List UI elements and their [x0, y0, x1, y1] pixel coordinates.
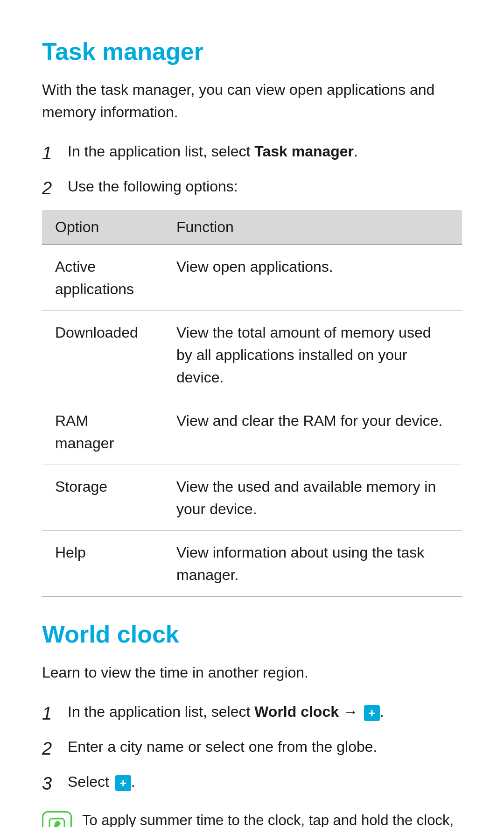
task-manager-title: Task manager: [42, 37, 462, 65]
wc-step-2-text: Enter a city name or select one from the…: [68, 735, 462, 758]
task-manager-intro: With the task manager, you can view open…: [42, 78, 462, 123]
option-active-applications: Active applications: [42, 245, 163, 311]
option-ram-manager: RAM manager: [42, 399, 163, 465]
function-storage: View the used and available memory in yo…: [163, 465, 462, 531]
step-2: 2 Use the following options:: [42, 175, 462, 202]
pencil-icon: [49, 818, 65, 827]
step-number-1: 1: [42, 140, 68, 167]
function-help: View information about using the task ma…: [163, 531, 462, 597]
table-row: Downloaded View the total amount of memo…: [42, 311, 462, 399]
world-clock-intro: Learn to view the time in another region…: [42, 661, 462, 684]
option-downloaded: Downloaded: [42, 311, 163, 399]
task-manager-section: Task manager With the task manager, you …: [42, 37, 462, 597]
step-2-text: Use the following options:: [68, 175, 462, 198]
step-1-text: In the application list, select Task man…: [68, 140, 462, 163]
col-function: Function: [163, 210, 462, 245]
wc-step-number-3: 3: [42, 770, 68, 797]
function-downloaded: View the total amount of memory used by …: [163, 311, 462, 399]
table-row: Help View information about using the ta…: [42, 531, 462, 597]
wc-step-1: 1 In the application list, select World …: [42, 700, 462, 727]
step-number-2: 2: [42, 175, 68, 202]
table-body: Active applications View open applicatio…: [42, 245, 462, 597]
table-row: Storage View the used and available memo…: [42, 465, 462, 531]
wc-step-3-text: Select +.: [68, 770, 462, 793]
note-box: To apply summer time to the clock, tap a…: [42, 809, 462, 827]
table-header: Option Function: [42, 210, 462, 245]
table-row: Active applications View open applicatio…: [42, 245, 462, 311]
note-text: To apply summer time to the clock, tap a…: [82, 809, 462, 827]
world-clock-section: World clock Learn to view the time in an…: [42, 620, 462, 827]
wc-step-number-1: 1: [42, 700, 68, 727]
col-option: Option: [42, 210, 163, 245]
plus-icon-2: +: [115, 775, 131, 791]
wc-step-2: 2 Enter a city name or select one from t…: [42, 735, 462, 762]
wc-step-1-text: In the application list, select World cl…: [68, 700, 462, 723]
option-help: Help: [42, 531, 163, 597]
function-ram-manager: View and clear the RAM for your device.: [163, 399, 462, 465]
note-icon: [42, 811, 72, 827]
step-1: 1 In the application list, select Task m…: [42, 140, 462, 167]
options-table: Option Function Active applications View…: [42, 210, 462, 597]
wc-step-3: 3 Select +.: [42, 770, 462, 797]
world-clock-title: World clock: [42, 620, 462, 648]
function-active-applications: View open applications.: [163, 245, 462, 311]
table-header-row: Option Function: [42, 210, 462, 245]
wc-step-number-2: 2: [42, 735, 68, 762]
plus-icon-1: +: [364, 705, 380, 721]
option-storage: Storage: [42, 465, 163, 531]
table-row: RAM manager View and clear the RAM for y…: [42, 399, 462, 465]
